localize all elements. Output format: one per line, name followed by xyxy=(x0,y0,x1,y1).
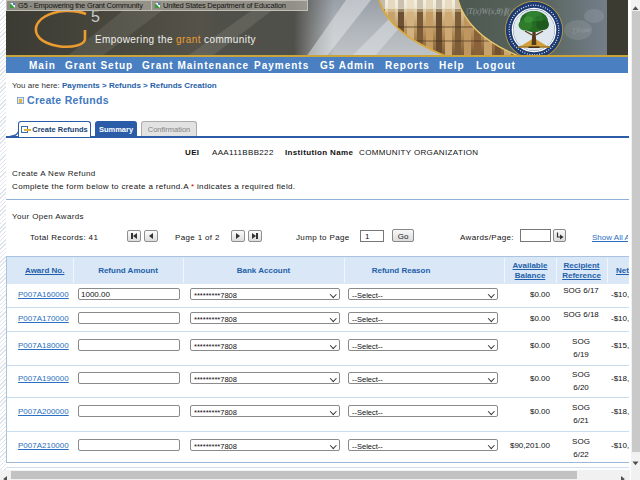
svg-text:|T(x)W(x,θ)∥(√: |T(x)W(x,θ)∥(√ xyxy=(466,7,515,16)
